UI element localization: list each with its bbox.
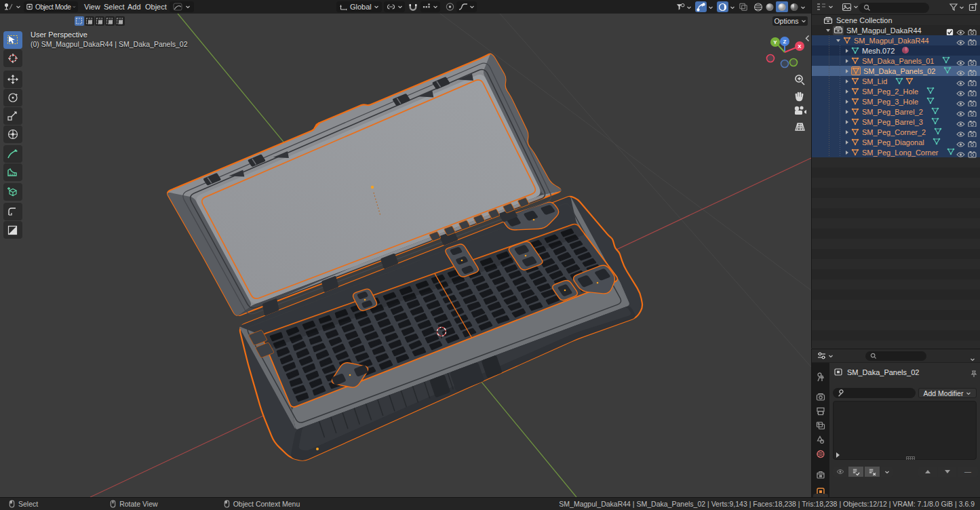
svg-text:Y: Y [773,39,777,45]
svg-text:X: X [798,43,802,50]
svg-text:Z: Z [783,39,787,45]
